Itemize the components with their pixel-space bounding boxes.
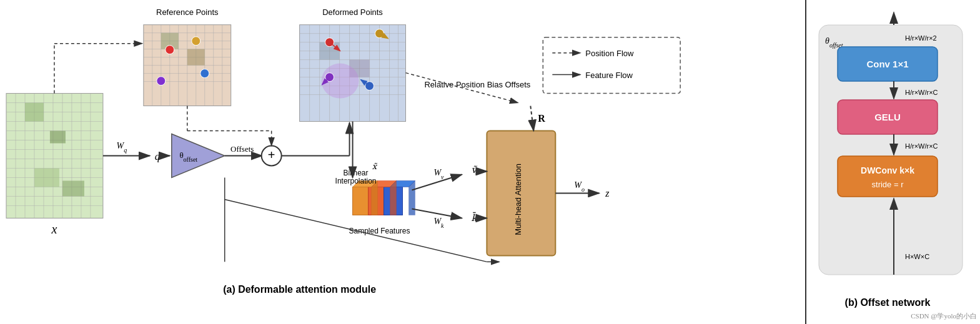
svg-point-52 [166, 46, 174, 54]
position-flow-label: Position Flow [585, 49, 634, 58]
svg-rect-23 [25, 103, 44, 122]
dim2-label: H/r×W/r×C [905, 89, 938, 96]
main-container: x Wq q θoffset Offsets + [0, 0, 980, 324]
network-svg: θoffset H/r×W/r×2 Conv 1×1 H/r×W/r×C GEL… [813, 6, 975, 318]
svg-marker-101 [372, 180, 378, 215]
R-label: R [538, 113, 545, 124]
legend-box [543, 37, 680, 94]
svg-point-54 [157, 77, 166, 86]
svg-rect-25 [34, 168, 59, 187]
svg-marker-102 [390, 180, 397, 215]
dim1-label: H/r×W/r×2 [905, 34, 937, 42]
svg-text:+: + [268, 149, 275, 162]
relative-position-label: Relative Position Bias Offsets [424, 80, 530, 89]
q-label: q [155, 152, 160, 163]
gelu-label: GELU [874, 112, 901, 122]
svg-rect-51 [187, 49, 205, 66]
dim3-label: H/r×W/r×C [905, 142, 938, 150]
reference-points-label: Reference Points [156, 7, 219, 17]
input-image: x [6, 94, 103, 237]
svg-marker-103 [408, 180, 415, 215]
diagram-svg: x Wq q θoffset Offsets + [0, 0, 805, 324]
feature-flow-label: Feature Flow [585, 71, 633, 80]
dim4-label: H×W×C [905, 253, 929, 260]
svg-text:Interpolation: Interpolation [335, 177, 377, 185]
caption-a: (a) Deformable attention module [223, 284, 376, 295]
svg-text:Multi-head Attention: Multi-head Attention [513, 164, 523, 235]
svg-point-53 [192, 37, 200, 46]
svg-text:Bilinear: Bilinear [344, 169, 369, 177]
deformed-points-label: Deformed Points [322, 7, 383, 17]
watermark: CSDN @学yolo的小白 [911, 312, 977, 321]
conv-label: Conv 1×1 [866, 59, 908, 69]
svg-point-55 [200, 69, 209, 78]
network-area: θoffset H/r×W/r×2 Conv 1×1 H/r×W/r×C GEL… [805, 0, 980, 324]
z-label: z [605, 188, 609, 199]
multihead-attention-box: Multi-head Attention [487, 131, 555, 256]
dwconv-label1: DWConv k×k [861, 165, 914, 175]
diagram-area: x Wq q θoffset Offsets + [0, 0, 805, 324]
caption-b: (b) Offset network [845, 297, 931, 308]
offsets-label: Offsets [230, 144, 254, 154]
dwconv-label2: stride = r [872, 180, 904, 189]
x-label: x [51, 222, 57, 236]
svg-rect-24 [50, 131, 66, 144]
svg-rect-26 [62, 180, 84, 196]
dwconv-box [838, 156, 938, 197]
